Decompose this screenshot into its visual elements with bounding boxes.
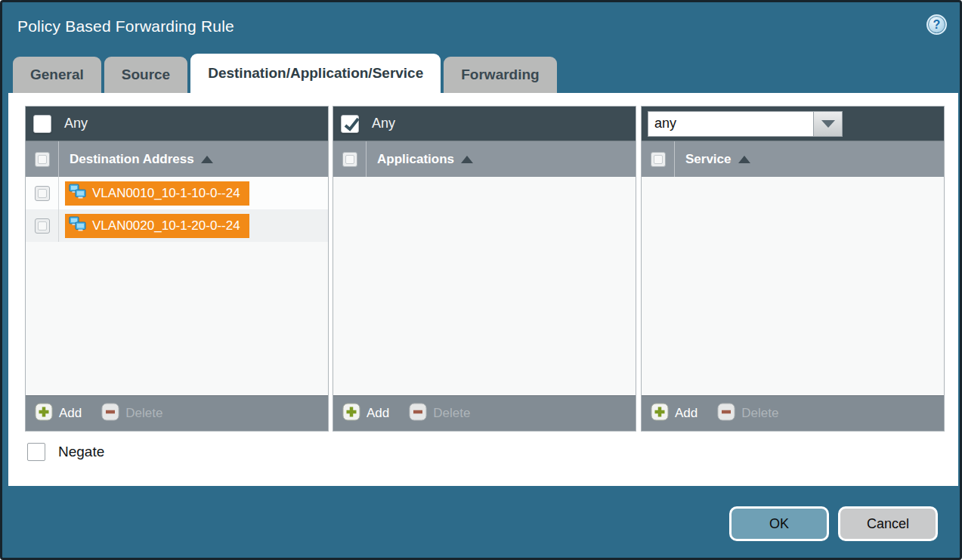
dropdown-button[interactable] <box>814 111 843 137</box>
applications-select-all-checkbox[interactable] <box>342 152 357 167</box>
destination-address-column-label: Destination Address <box>70 152 194 167</box>
applications-any-label: Any <box>372 116 395 131</box>
service-mode-input[interactable] <box>648 111 814 137</box>
table-row: VLAN0020_10-1-20-0--24 <box>26 209 328 242</box>
tab-bar: General Source Destination/Application/S… <box>13 54 557 93</box>
destination-toolbar: Add Delete <box>26 395 328 431</box>
service-select-all-checkbox[interactable] <box>651 152 666 167</box>
address-entry-label: VLAN0010_10-1-10-0--24 <box>92 186 240 201</box>
sort-ascending-icon <box>201 156 213 163</box>
applications-column-label: Applications <box>377 152 454 167</box>
address-entry[interactable]: VLAN0010_10-1-10-0--24 <box>65 181 249 206</box>
add-button[interactable]: Add <box>35 403 82 424</box>
tab-content: Any Destination Address <box>8 93 958 486</box>
delete-button[interactable]: Delete <box>101 403 162 424</box>
applications-any-checkbox[interactable] <box>341 115 359 133</box>
service-toolbar: Add Delete <box>642 395 944 431</box>
tab-general[interactable]: General <box>13 57 101 93</box>
service-mode-dropdown <box>648 111 843 137</box>
row-checkbox[interactable] <box>35 186 50 201</box>
row-checkbox[interactable] <box>35 218 50 234</box>
ok-button[interactable]: OK <box>729 506 829 541</box>
policy-based-forwarding-rule-dialog: Policy Based Forwarding Rule ? General S… <box>0 0 962 560</box>
destination-any-label: Any <box>64 116 88 131</box>
applications-column-header[interactable]: Applications <box>333 141 636 177</box>
tab-destination-application-service[interactable]: Destination/Application/Service <box>190 54 441 93</box>
add-button[interactable]: Add <box>342 403 389 424</box>
service-column-header[interactable]: Service <box>642 141 944 177</box>
sort-ascending-icon <box>738 156 750 163</box>
add-plus-icon <box>35 403 53 424</box>
negate-option: Negate <box>27 443 104 461</box>
negate-label: Negate <box>58 444 104 460</box>
applications-any-header: Any <box>333 107 636 141</box>
delete-button[interactable]: Delete <box>409 403 470 424</box>
service-panel: Service Add Delete <box>641 106 945 432</box>
tab-forwarding[interactable]: Forwarding <box>444 57 556 93</box>
destination-any-checkbox[interactable] <box>33 115 51 133</box>
tab-source[interactable]: Source <box>104 57 187 93</box>
chevron-down-icon <box>821 120 835 128</box>
network-hosts-icon <box>69 216 87 235</box>
cancel-button[interactable]: Cancel <box>838 506 938 541</box>
delete-minus-icon <box>101 403 119 424</box>
service-dropdown-header <box>642 107 944 141</box>
service-list <box>642 177 944 395</box>
destination-select-all-checkbox[interactable] <box>35 152 50 167</box>
destination-address-list: VLAN0010_10-1-10-0--24 <box>26 177 328 395</box>
destination-any-header: Any <box>26 107 328 141</box>
delete-minus-icon <box>717 403 735 424</box>
applications-toolbar: Add Delete <box>333 395 636 431</box>
add-plus-icon <box>651 403 669 424</box>
delete-button[interactable]: Delete <box>717 403 778 424</box>
delete-minus-icon <box>409 403 427 424</box>
negate-checkbox[interactable] <box>27 443 45 461</box>
service-column-label: Service <box>685 152 732 167</box>
dialog-title: Policy Based Forwarding Rule <box>17 17 234 36</box>
destination-address-panel: Any Destination Address <box>25 106 329 432</box>
add-button[interactable]: Add <box>651 403 698 424</box>
add-plus-icon <box>342 403 360 424</box>
address-entry-label: VLAN0020_10-1-20-0--24 <box>92 218 240 234</box>
network-hosts-icon <box>69 184 87 203</box>
address-entry[interactable]: VLAN0020_10-1-20-0--24 <box>65 214 249 238</box>
destination-address-column-header[interactable]: Destination Address <box>26 141 328 177</box>
table-row: VLAN0010_10-1-10-0--24 <box>26 177 328 209</box>
applications-list <box>333 177 636 395</box>
applications-panel: Any Applications Add D <box>333 106 636 432</box>
sort-ascending-icon <box>461 156 473 163</box>
help-icon[interactable]: ? <box>926 14 947 35</box>
